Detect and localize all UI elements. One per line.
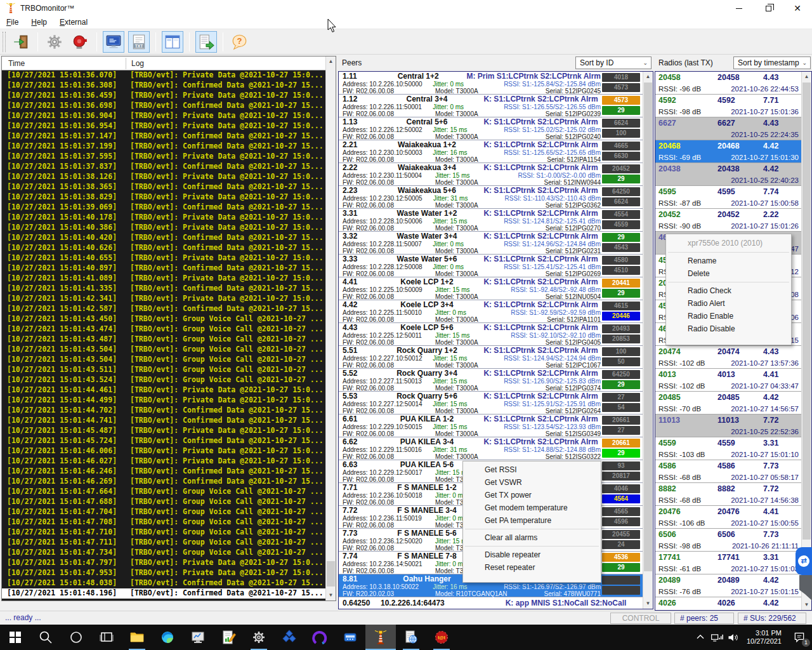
log-row[interactable]: [10/27/2021 15:01:44.741][TRBO/evt]: Con… (2, 416, 325, 426)
log-row[interactable]: [10/27/2021 15:01:47.664][TRBO/evt]: Gro… (2, 487, 325, 497)
radio-row[interactable]: 20468204684.42RSSI: -69 dB2021-10-27 15:… (655, 140, 811, 163)
peer-row[interactable]: 2.23Waiakeakua 5+6K: S1:LCPtrnk S2:LCPtr… (339, 186, 653, 209)
log-row[interactable]: [10/27/2021 15:01:44.499][TRBO/evt]: Pri… (2, 395, 325, 406)
log-row[interactable]: [10/27/2021 15:01:47.688][TRBO/evt]: Gro… (2, 497, 325, 507)
log-row[interactable]: [10/27/2021 15:01:43.524][TRBO/evt]: Gro… (2, 375, 325, 385)
log-row[interactable]: [10/27/2021 15:01:44.461][TRBO/evt]: Pri… (2, 385, 325, 395)
log-row[interactable]: [10/27/2021 15:01:42.587][TRBO/evt]: Con… (2, 304, 325, 314)
restore-button[interactable] (754, 0, 783, 17)
monitor-view-button[interactable] (103, 31, 124, 53)
peers-sort-dropdown[interactable]: Sort by ID⌄ (575, 56, 652, 69)
radios-scroll-thumb[interactable] (802, 83, 811, 540)
toolbar-grip[interactable] (3, 32, 6, 52)
split-view-button[interactable] (162, 31, 183, 53)
log-row[interactable]: [10/27/2021 15:01:36.904][TRBO/evt]: Pri… (2, 111, 325, 121)
radio-row[interactable]: 20438204384.422021-10-25 22:40:23 (655, 163, 811, 186)
taskbar-icon-cortana[interactable] (61, 625, 91, 650)
log-row[interactable]: [10/27/2021 15:01:47.953][TRBO/evt]: Pri… (2, 568, 325, 578)
log-row[interactable]: [10/27/2021 15:01:43.450][TRBO/evt]: Gro… (2, 314, 325, 324)
log-row[interactable]: [10/27/2021 15:01:36.308][TRBO/evt]: Con… (2, 81, 325, 91)
log-row[interactable]: [10/27/2021 15:01:42.341][TRBO/evt]: Pri… (2, 294, 325, 304)
menu-help[interactable]: Help (25, 17, 53, 29)
taskbar-clock[interactable]: 3:01 PM10/27/2021 (742, 629, 787, 646)
log-scroll-thumb[interactable] (327, 561, 335, 587)
peer-row[interactable]: 4.43Koele LCP 5+6K: S1:LCPtrnk S2:LCPtrn… (339, 323, 653, 346)
radio-row[interactable]: 650665067.73RSSI: -98 dB2021-10-26 21:11… (655, 529, 811, 552)
log-row[interactable]: [10/27/2021 15:01:47.711][TRBO/evt]: Gro… (2, 538, 325, 548)
peer-row[interactable]: 6.62PUA KILEA 3-4K: S1:LCPtrnk S2:LCPtrn… (339, 437, 653, 460)
radio-row[interactable]: 888288827.72RSSI: -68 dB2021-10-27 14:56… (655, 483, 811, 506)
log-row[interactable]: [10/27/2021 15:01:46.246][TRBO/evt]: Con… (2, 467, 325, 477)
taskbar-icon-taskview[interactable] (91, 625, 122, 650)
log-row[interactable]: [10/27/2021 15:01:43.474][TRBO/evt]: Gro… (2, 324, 325, 335)
radio-row[interactable]: 20485204854.42RSSI: -70 dB2021-10-27 14:… (655, 392, 811, 415)
menu-item-radio-alert[interactable]: Radio Alert (666, 297, 791, 310)
help-button[interactable]: ? (229, 31, 251, 53)
log-row[interactable]: [10/27/2021 15:01:36.070][TRBO/evt]: Pri… (2, 70, 325, 81)
taskbar-icon-codemeter[interactable] (274, 625, 304, 650)
log-row[interactable]: [10/27/2021 15:01:38.126][TRBO/evt]: Pri… (2, 172, 325, 182)
notification-center-icon[interactable]: 1 (787, 625, 812, 650)
peer-row[interactable]: 2.21Waiakeakua 1+2K: S1:LCPtrnk S2:LCPtr… (339, 140, 653, 163)
export-button[interactable] (195, 31, 217, 53)
log-row[interactable]: [10/27/2021 15:01:45.724][TRBO/evt]: Con… (2, 436, 325, 446)
log-row[interactable]: [10/27/2021 15:01:47.704][TRBO/evt]: Gro… (2, 507, 325, 517)
peer-row[interactable]: 5.52Rock Quarry 3+4K: S1:LCPtrnk S2:LCPt… (339, 369, 653, 392)
log-row[interactable]: [10/27/2021 15:01:38.829][TRBO/evt]: Pri… (2, 192, 325, 202)
menu-item-rename[interactable]: Rename (666, 255, 791, 267)
taskbar-icon-reportpencil[interactable] (213, 625, 244, 650)
log-row[interactable]: [10/27/2021 15:01:43.511][TRBO/evt]: Gro… (2, 365, 325, 375)
log-row[interactable]: [10/27/2021 15:01:37.595][TRBO/evt]: Pri… (2, 152, 325, 162)
settings-button[interactable] (44, 31, 65, 53)
taskbar-icon-edge[interactable] (152, 625, 183, 650)
log-row[interactable]: [10/27/2021 15:01:40.626][TRBO/evt]: Con… (2, 243, 325, 253)
radio-row[interactable]: 20476204764.41RSSI: -106 dB2021-10-27 15… (655, 506, 811, 529)
radios-scroll-down-icon[interactable]: ▼ (802, 600, 811, 610)
log-row[interactable]: [10/27/2021 15:01:45.487][TRBO/evt]: Pri… (2, 426, 325, 436)
log-row[interactable]: [10/27/2021 15:01:40.655][TRBO/evt]: Pri… (2, 253, 325, 263)
radio-row[interactable]: 459545957.74RSSI: -87 dB2021-10-27 15:00… (655, 186, 811, 209)
peer-row[interactable]: 4.41Koele LCP 1+2K: S1:LCPtrnk S2:LCPtrn… (339, 277, 653, 300)
radio-row[interactable]: 11013110137.722021-10-25 22:52:36 (655, 415, 811, 437)
taskbar-icon-tat[interactable]: t@t (426, 625, 457, 650)
log-row[interactable]: [10/27/2021 15:01:47.708][TRBO/evt]: Gro… (2, 517, 325, 527)
tray-chevron-up-icon[interactable] (692, 625, 709, 650)
text-log-button[interactable]: TXT (128, 31, 150, 53)
log-row[interactable]: [10/27/2021 15:01:46.027][TRBO/evt]: Pri… (2, 456, 325, 467)
taskbar-icon-explorer[interactable] (122, 625, 152, 650)
exit-button[interactable] (10, 31, 32, 53)
menu-item-get-pa-temperature[interactable]: Get PA temperature (463, 514, 601, 527)
log-row[interactable]: [10/27/2021 15:01:46.006][TRBO/evt]: Pri… (2, 446, 325, 456)
peers-scroll-down-icon[interactable]: ▼ (643, 599, 653, 609)
log-row[interactable]: [10/27/2021 15:01:48.038][TRBO/evt]: Con… (2, 578, 325, 588)
radio-row[interactable]: 402640264.42 (655, 597, 811, 611)
log-scroll-up-icon[interactable]: ▲ (326, 56, 336, 67)
log-row[interactable]: [10/27/2021 15:01:46.269][TRBO/evt]: Con… (2, 477, 325, 487)
log-row[interactable]: [10/27/2021 15:01:39.069][TRBO/evt]: Con… (2, 202, 325, 213)
taskbar-icon-docglobe[interactable] (396, 625, 426, 650)
radio-row[interactable]: 401340134.41RSSI: -102 dB2021-10-27 04:3… (655, 369, 811, 392)
taskbar-icon-gear2[interactable] (244, 625, 274, 650)
peers-scrollbar[interactable]: ▲ ▼ (643, 72, 653, 609)
radio-row[interactable]: 17741177413.31RSSI: -61 dB2021-10-27 15:… (655, 552, 811, 574)
radio-row[interactable]: 20489204894.42RSSI: -76 dB2021-10-27 15:… (655, 574, 811, 597)
log-row[interactable]: [10/27/2021 15:01:48.196][TRBO/evt]: Con… (2, 588, 325, 599)
peer-row[interactable]: 3.31Waste Water 1+2K: S1:LCPtrnk S2:LCPt… (339, 209, 653, 232)
alarm-button[interactable] (69, 31, 91, 53)
teamviewer-panel-handle[interactable]: ⇄ (796, 547, 812, 575)
radio-row[interactable]: 20458204584.43RSSI: -96 dB2021-10-26 22:… (655, 72, 811, 95)
menu-item-disable-repeater[interactable]: Disable repeater (463, 548, 601, 561)
log-scroll-down-icon[interactable]: ▼ (326, 590, 336, 600)
log-row[interactable]: [10/27/2021 15:01:43.487][TRBO/evt]: Gro… (2, 335, 325, 345)
radio-row[interactable]: 455945593.31RSSI: -103 dB2021-10-27 15:0… (655, 437, 811, 460)
log-row[interactable]: [10/27/2021 15:01:36.954][TRBO/evt]: Pri… (2, 121, 325, 131)
log-row[interactable]: [10/27/2021 15:01:41.335][TRBO/evt]: Con… (2, 284, 325, 294)
peers-footer-row[interactable]: 0.64250 10.2.226.14:64473 K: app MNIS S1… (339, 597, 643, 609)
log-row[interactable]: [10/27/2021 15:01:43.504][TRBO/evt]: Gro… (2, 355, 325, 365)
radios-scroll-up-icon[interactable]: ▲ (802, 72, 811, 82)
menu-external[interactable]: External (53, 17, 94, 29)
log-row[interactable]: [10/27/2021 15:01:36.459][TRBO/evt]: Pri… (2, 91, 325, 101)
menu-item-clear-all-alarms[interactable]: Clear all alarms (463, 531, 601, 544)
peer-row[interactable]: 5.51Rock Quarry 1+2K: S1:LCPtrnk S2:LCPt… (339, 346, 653, 369)
radios-sort-dropdown[interactable]: Sort by timestamp⌄ (733, 56, 811, 69)
